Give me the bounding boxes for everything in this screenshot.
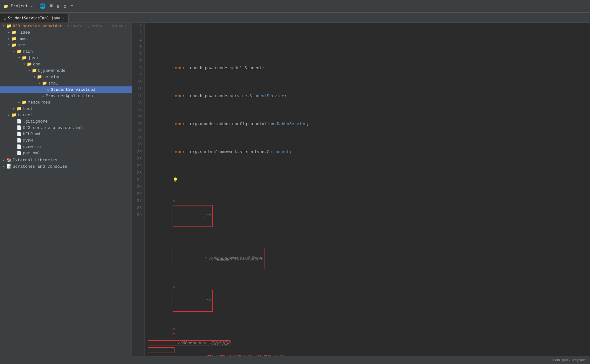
main-arrow xyxy=(11,49,17,54)
sidebar-item-student-service-impl[interactable]: ☕ StudentServiceImpl xyxy=(0,86,132,93)
ln-6: 6 xyxy=(134,51,142,58)
ln-15: 15 xyxy=(134,114,142,121)
code-line-6: import org.springframework.stereotype.Co… xyxy=(148,135,590,163)
arrows-icon[interactable]: ⇅ xyxy=(57,3,60,10)
sidebar-item-helpmd[interactable]: 📄 HELP.md xyxy=(0,131,132,137)
sidebar-item-com[interactable]: 📁 com xyxy=(0,61,132,67)
pomxml-label: pom.xml xyxy=(23,151,132,156)
sidebar-item-gitignore[interactable]: 📄 .gitignore xyxy=(0,118,132,125)
sidebar: 📁 023-service-provider E:\IDEA\Projects\… xyxy=(0,23,132,356)
title-bar-left: 📁 Project ▾ xyxy=(3,4,33,9)
ln-26: 26 xyxy=(134,191,142,198)
gutter-8: ⊡ xyxy=(173,198,179,205)
test-arrow xyxy=(11,106,17,111)
pomxml-icon: 📄 xyxy=(17,151,22,156)
sidebar-item-target[interactable]: 📁 target xyxy=(0,112,132,118)
comment-text-9: * 使用dubbo中的注解暴露服务 xyxy=(204,256,263,261)
ln-17: 17 xyxy=(134,128,142,135)
java-folder-icon: 📁 xyxy=(22,55,27,60)
ln-21: 21 xyxy=(134,156,142,163)
credit-text: CSDN @KK-Greyson xyxy=(552,358,585,362)
comment-open-8: /** xyxy=(204,213,211,218)
com-label: com xyxy=(33,62,132,67)
sidebar-item-mvn[interactable]: 📁 .mvn xyxy=(0,36,132,42)
main-area: 📁 023-service-provider E:\IDEA\Projects\… xyxy=(0,23,590,356)
mvnw-label: mvnw xyxy=(23,138,132,143)
lightbulb-icon[interactable]: 💡 xyxy=(173,178,178,183)
code-area: 2 3 4 5 6 7 8 9 10 11 12 13 14 15 16 17 … xyxy=(132,23,590,356)
root-folder-icon: 📁 xyxy=(6,24,11,29)
sidebar-item-idea[interactable]: 📁 .idea xyxy=(0,29,132,36)
code-line-3: import com.bjpowernode.model.Student; xyxy=(148,51,590,79)
extlibs-label: External Libraries xyxy=(13,158,132,163)
ln-22: 22 xyxy=(134,163,142,170)
helpmd-label: HELP.md xyxy=(23,132,132,137)
ln-16: 16 xyxy=(134,121,142,128)
com-arrow xyxy=(22,62,27,67)
resources-label: resources xyxy=(28,100,132,105)
iml-icon: 📄 xyxy=(17,125,22,130)
import-kw-4: import xyxy=(173,94,188,98)
project-label: Project xyxy=(11,4,28,9)
sidebar-item-resources[interactable]: 📁 resources xyxy=(0,99,132,105)
scratches-icon: 📝 xyxy=(6,164,11,169)
ln-11: 11 xyxy=(134,86,142,93)
provider-label: ProviderApplication xyxy=(46,94,132,98)
bjpowernode-arrow xyxy=(27,68,32,73)
sidebar-item-java[interactable]: 📁 java xyxy=(0,55,132,61)
sidebar-item-impl[interactable]: 📁 impl xyxy=(0,80,132,86)
globe-icon[interactable]: 🌐 xyxy=(39,3,46,10)
sidebar-item-service[interactable]: 📁 service xyxy=(0,74,132,80)
ln-14: 14 xyxy=(134,107,142,114)
gitignore-label: .gitignore xyxy=(23,119,132,124)
dropdown-arrow[interactable]: ▾ xyxy=(31,4,33,9)
component-comment-11: //@Component 可以不用加 xyxy=(178,341,230,346)
sidebar-item-mvnw[interactable]: 📄 mvnw xyxy=(0,137,132,144)
sidebar-root[interactable]: 📁 023-service-provider E:\IDEA\Projects\… xyxy=(0,23,132,29)
bjpowernode-label: bjpowernode xyxy=(38,68,132,73)
sidebar-item-provider-app[interactable]: ☕ ProviderApplication xyxy=(0,93,132,99)
tab-student-service-impl[interactable]: ☕ StudentServiceImpl.java × xyxy=(0,14,69,23)
ln-18: 18 xyxy=(134,135,142,142)
sidebar-item-mvnwcmd[interactable]: 📄 mvnw.cmd xyxy=(0,144,132,150)
resources-folder-icon: 📁 xyxy=(22,100,27,105)
code-content[interactable]: import com.bjpowernode.model.Student; im… xyxy=(145,23,590,356)
service-arrow xyxy=(32,74,37,79)
root-path: E:\IDEA\Projects\023-service-pro xyxy=(65,24,132,28)
main-label: main xyxy=(23,49,132,54)
sidebar-item-scratches[interactable]: 📝 Scratches and Consoles xyxy=(0,163,132,170)
sidebar-item-iml[interactable]: 📄 023-service-provider.iml xyxy=(0,125,132,131)
code-line-11: ⊡ //@Component 可以不用加 @Component加不加都可以 创建… xyxy=(148,319,590,356)
sidebar-item-bjpowernode[interactable]: 📁 bjpowernode xyxy=(0,67,132,74)
student-service-ref-4: StudentService xyxy=(250,94,284,98)
ln-12: 12 xyxy=(134,93,142,100)
mvnw-icon: 📄 xyxy=(17,138,22,143)
minimize-icon[interactable]: − xyxy=(70,3,73,10)
inline-annotation-11: @Component加不加都可以 创建类 给属性赋值已经都做了 xyxy=(178,355,284,356)
tab-bar: ☕ StudentServiceImpl.java × xyxy=(0,13,590,23)
code-editor[interactable]: 2 3 4 5 6 7 8 9 10 11 12 13 14 15 16 17 … xyxy=(132,23,590,356)
mvn-folder-icon: 📁 xyxy=(11,36,17,41)
sidebar-item-pomxml[interactable]: 📄 pom.xml xyxy=(0,150,132,156)
sidebar-item-ext-libs[interactable]: 📚 External Libraries xyxy=(0,157,132,163)
tab-close-button[interactable]: × xyxy=(62,17,65,20)
sidebar-item-main[interactable]: 📁 main xyxy=(0,48,132,55)
mvn-label: .mvn xyxy=(18,37,132,41)
java-arrow xyxy=(17,55,22,60)
ln-19: 19 xyxy=(134,142,142,149)
code-line-2 xyxy=(148,23,590,51)
impl-folder-icon: 📁 xyxy=(42,81,47,86)
test-label: test xyxy=(23,106,132,111)
sidebar-item-src[interactable]: 📁 src xyxy=(0,42,132,48)
settings-icon[interactable]: ⚙ xyxy=(64,3,67,10)
ln-28: 28 xyxy=(134,205,142,212)
code-line-10: ⊡ */ xyxy=(148,276,590,319)
sidebar-item-test[interactable]: 📁 test xyxy=(0,105,132,112)
ln-2: 2 xyxy=(134,23,142,30)
ln-8: 8 xyxy=(134,65,142,72)
impl-label: impl xyxy=(48,81,132,86)
list-icon[interactable]: ≡ xyxy=(50,3,53,10)
com-folder-icon: 📁 xyxy=(27,62,32,67)
ln-29: 29 xyxy=(134,212,142,219)
mvnwcmd-label: mvnw.cmd xyxy=(23,145,132,149)
